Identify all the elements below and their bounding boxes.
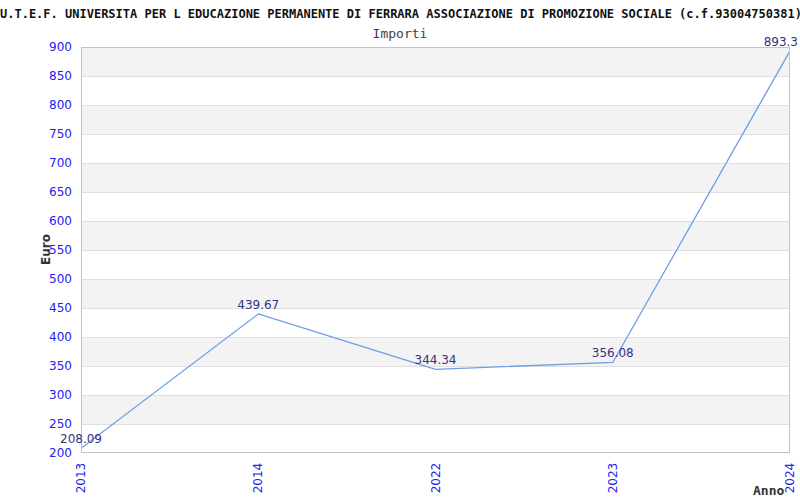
y-axis-tick-label: 650 [0, 185, 72, 199]
y-axis-tick-label: 850 [0, 69, 72, 83]
y-axis-tick-label: 250 [0, 417, 72, 431]
x-axis-title: Anno [753, 483, 784, 498]
y-axis-tick-label: 700 [0, 156, 72, 170]
series-line [81, 51, 790, 448]
y-axis-tick-label: 300 [0, 388, 72, 402]
y-axis-tick-label: 900 [0, 40, 72, 54]
chart: U.T.E.F. UNIVERSITA PER L EDUCAZIONE PER… [0, 0, 800, 500]
line-series [81, 47, 790, 453]
y-axis-tick-label: 350 [0, 359, 72, 373]
data-point-label: 893.3 [764, 36, 798, 49]
plot-area [81, 47, 790, 453]
y-axis-tick-label: 600 [0, 214, 72, 228]
data-point-label: 344.34 [415, 354, 457, 367]
data-point-label: 439.67 [237, 299, 279, 312]
y-axis-tick-label: 400 [0, 330, 72, 344]
x-axis-tick-label: 2023 [606, 458, 620, 498]
data-point-label: 208.09 [60, 433, 102, 446]
data-point-label: 356.08 [592, 347, 634, 360]
x-axis-tick-label: 2024 [783, 458, 797, 498]
y-axis-tick-label: 750 [0, 127, 72, 141]
x-axis-tick-label: 2022 [429, 458, 443, 498]
x-axis-tick-label: 2014 [251, 458, 265, 498]
y-axis-tick-label: 450 [0, 301, 72, 315]
y-axis-tick-label: 550 [0, 243, 72, 257]
chart-title: U.T.E.F. UNIVERSITA PER L EDUCAZIONE PER… [0, 7, 800, 21]
y-axis-tick-label: 800 [0, 98, 72, 112]
y-axis-tick-label: 200 [0, 446, 72, 460]
chart-subtitle: Importi [0, 26, 800, 41]
y-axis-title-text: Euro [39, 230, 54, 270]
y-axis-tick-label: 500 [0, 272, 72, 286]
x-axis-tick-label: 2013 [74, 458, 88, 498]
